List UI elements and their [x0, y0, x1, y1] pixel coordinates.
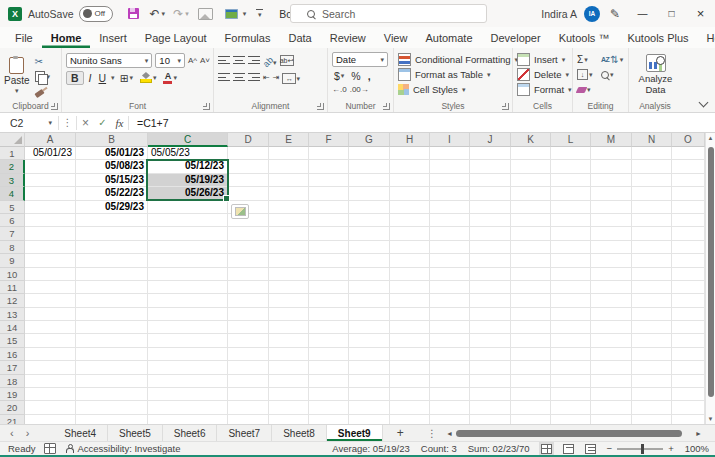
minimize-button[interactable]: — — [628, 0, 657, 27]
cell-C15[interactable] — [148, 334, 228, 347]
cell-N8[interactable] — [632, 241, 672, 254]
row-header-3[interactable]: 3 — [0, 174, 25, 187]
vertical-scrollbar[interactable]: ▲ ▼ — [705, 133, 715, 424]
cell-L2[interactable] — [551, 160, 591, 173]
cell-A20[interactable] — [25, 401, 76, 414]
cell-E4[interactable] — [269, 187, 309, 200]
cell-D13[interactable] — [228, 308, 269, 321]
cell-L9[interactable] — [551, 254, 591, 267]
row-header-1[interactable]: 1 — [0, 147, 25, 160]
cell-H3[interactable] — [390, 174, 430, 187]
cell-A8[interactable] — [25, 241, 76, 254]
cell-K8[interactable] — [511, 241, 551, 254]
save-icon[interactable] — [128, 8, 139, 19]
cell-B18[interactable] — [76, 375, 148, 388]
cell-E9[interactable] — [269, 254, 309, 267]
find-select-button[interactable]: ▾ — [601, 71, 625, 79]
cell-H12[interactable] — [390, 294, 430, 307]
cell-B14[interactable] — [76, 321, 148, 334]
sort-filter-button[interactable]: AZ⇅▾ — [601, 54, 625, 65]
sheet-menu-dots-icon[interactable]: ⋮ — [421, 425, 443, 441]
cell-G3[interactable] — [349, 174, 390, 187]
cell-F8[interactable] — [309, 241, 349, 254]
cell-I15[interactable] — [430, 334, 470, 347]
cell-J21[interactable] — [470, 415, 511, 424]
cell-J17[interactable] — [470, 361, 511, 374]
cell-G1[interactable] — [349, 147, 390, 160]
cell-D3[interactable] — [228, 174, 269, 187]
cell-F15[interactable] — [309, 334, 349, 347]
cell-K12[interactable] — [511, 294, 551, 307]
cell-F1[interactable] — [309, 147, 349, 160]
row-header-21[interactable]: 21 — [0, 415, 25, 424]
cell-B12[interactable] — [76, 294, 148, 307]
decrease-indent-button[interactable]: ⇤ — [263, 73, 270, 82]
column-header-B[interactable]: B — [76, 133, 148, 147]
column-header-L[interactable]: L — [551, 133, 591, 147]
cell-F2[interactable] — [309, 160, 349, 173]
cell-H17[interactable] — [390, 361, 430, 374]
cell-F20[interactable] — [309, 401, 349, 414]
cell-H21[interactable] — [390, 415, 430, 424]
cell-A15[interactable] — [25, 334, 76, 347]
ribbon-tab-file[interactable]: File — [6, 27, 42, 48]
cell-E12[interactable] — [269, 294, 309, 307]
borders-button[interactable]: ⊞▾ — [118, 72, 135, 84]
cell-K18[interactable] — [511, 375, 551, 388]
cell-H9[interactable] — [390, 254, 430, 267]
cell-I2[interactable] — [430, 160, 470, 173]
bottom-align-button[interactable] — [248, 56, 260, 65]
align-center-button[interactable] — [233, 73, 245, 82]
clear-button[interactable]: ▾ — [577, 86, 601, 93]
cell-F10[interactable] — [309, 268, 349, 281]
cell-O5[interactable] — [672, 201, 705, 214]
cell-J14[interactable] — [470, 321, 511, 334]
autosave-toggle[interactable]: Off — [79, 6, 113, 22]
column-header-O[interactable]: O — [672, 133, 705, 147]
cell-H15[interactable] — [390, 334, 430, 347]
cell-J18[interactable] — [470, 375, 511, 388]
column-header-D[interactable]: D — [228, 133, 269, 147]
horizontal-scrollbar[interactable]: ◄ ► — [443, 425, 705, 441]
column-header-G[interactable]: G — [349, 133, 390, 147]
cell-N18[interactable] — [632, 375, 672, 388]
cell-N15[interactable] — [632, 334, 672, 347]
cell-K15[interactable] — [511, 334, 551, 347]
sheet-tab-sheet9[interactable]: Sheet9 — [327, 425, 383, 441]
cell-G2[interactable] — [349, 160, 390, 173]
enter-button[interactable]: ✓ — [94, 117, 111, 128]
cell-K9[interactable] — [511, 254, 551, 267]
cell-I11[interactable] — [430, 281, 470, 294]
cell-K14[interactable] — [511, 321, 551, 334]
cell-D11[interactable] — [228, 281, 269, 294]
cell-K1[interactable] — [511, 147, 551, 160]
cell-I14[interactable] — [430, 321, 470, 334]
increase-indent-button[interactable]: ⇥ — [273, 73, 280, 82]
ribbon-tab-kutools-plus[interactable]: Kutools Plus — [618, 27, 697, 48]
cell-F4[interactable] — [309, 187, 349, 200]
cell-B9[interactable] — [76, 254, 148, 267]
cell-K19[interactable] — [511, 388, 551, 401]
cell-C7[interactable] — [148, 227, 228, 240]
cell-L1[interactable] — [551, 147, 591, 160]
cell-M14[interactable] — [591, 321, 632, 334]
cell-C20[interactable] — [148, 401, 228, 414]
cell-E18[interactable] — [269, 375, 309, 388]
cell-M8[interactable] — [591, 241, 632, 254]
cell-B5[interactable]: 05/29/23 — [76, 201, 148, 214]
cell-O21[interactable] — [672, 415, 705, 424]
accounting-format-button[interactable]: $▾ — [332, 70, 346, 82]
maximize-button[interactable]: □ — [657, 0, 686, 27]
cell-J13[interactable] — [470, 308, 511, 321]
cell-O10[interactable] — [672, 268, 705, 281]
ribbon-tab-home[interactable]: Home — [42, 27, 91, 48]
cell-A3[interactable] — [25, 174, 76, 187]
column-header-A[interactable]: A — [25, 133, 76, 147]
cell-J1[interactable] — [470, 147, 511, 160]
cell-L18[interactable] — [551, 375, 591, 388]
cell-J10[interactable] — [470, 268, 511, 281]
cell-F14[interactable] — [309, 321, 349, 334]
cell-M13[interactable] — [591, 308, 632, 321]
cell-B20[interactable] — [76, 401, 148, 414]
cell-A16[interactable] — [25, 348, 76, 361]
